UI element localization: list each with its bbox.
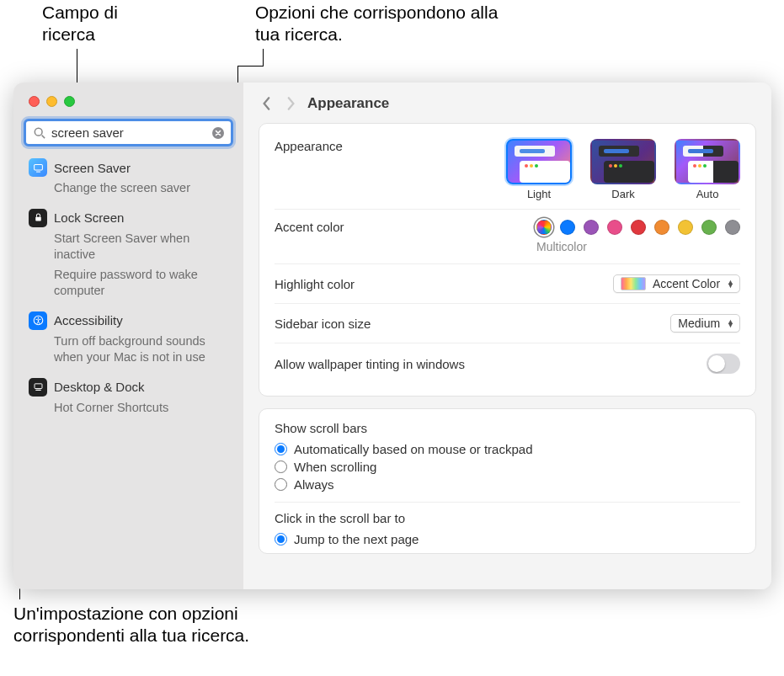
svg-point-7	[38, 219, 39, 220]
appearance-mode-light[interactable]: Light	[506, 139, 572, 200]
search-result-title: Accessibility	[54, 313, 123, 327]
appearance-mode-label: Dark	[590, 188, 656, 200]
search-field[interactable]	[24, 119, 233, 146]
minimize-window-button[interactable]	[46, 96, 57, 107]
scrollbars-option[interactable]: Always	[275, 476, 740, 493]
accent-swatch-red[interactable]	[631, 220, 646, 235]
scrollbars-panel: Show scroll bars Automatically based on …	[259, 408, 756, 554]
sidebar-icon-size-label: Sidebar icon size	[275, 317, 371, 331]
search-result-sub[interactable]: Require password to wake computer	[54, 267, 232, 300]
zoom-window-button[interactable]	[64, 96, 75, 107]
accent-swatch-purple[interactable]	[584, 220, 599, 235]
appearance-panel: Appearance Light Dark Auto	[259, 123, 756, 397]
search-result-title: Screen Saver	[54, 161, 131, 175]
scrollbars-radio-group: Automatically based on mouse or trackpad…	[275, 440, 740, 493]
window-controls	[13, 91, 243, 115]
search-result-sub[interactable]: Start Screen Saver when inactive	[54, 231, 232, 263]
accent-swatch-multicolor[interactable]	[536, 220, 552, 235]
screensaver-icon	[29, 158, 47, 177]
search-result-sub[interactable]: Change the screen saver	[54, 180, 232, 197]
scrollbar-click-label: Jump to the next page	[294, 532, 419, 546]
chevron-up-down-icon: ▲▼	[727, 320, 734, 327]
sidebar: Screen Saver Change the screen saver Loc…	[13, 83, 243, 589]
system-settings-window: Screen Saver Change the screen saver Loc…	[13, 83, 771, 589]
svg-line-1	[42, 135, 45, 138]
search-result-title: Lock Screen	[54, 210, 124, 225]
nav-back-button[interactable]	[260, 97, 274, 110]
accent-color-label: Accent color	[275, 220, 344, 234]
accent-swatch-green[interactable]	[701, 220, 717, 235]
scrollbars-title: Show scroll bars	[275, 421, 740, 435]
desktop-dock-icon	[29, 378, 47, 397]
content-header: Appearance	[243, 83, 771, 123]
scrollbars-label: Always	[294, 477, 334, 492]
svg-point-0	[35, 128, 42, 136]
scrollbars-label: Automatically based on mouse or trackpad	[294, 442, 532, 456]
accent-swatch-yellow[interactable]	[678, 220, 693, 235]
scrollbars-label: When scrolling	[294, 460, 376, 474]
highlight-color-chip	[621, 277, 646, 290]
search-result-lock-screen[interactable]: Lock Screen Start Screen Saver when inac…	[29, 209, 232, 300]
accent-swatch-blue[interactable]	[560, 220, 575, 235]
callout-search-field: Campo di ricerca	[42, 2, 168, 46]
content-pane: Appearance Appearance Light Dark	[243, 83, 771, 589]
appearance-mode-label: Light	[506, 188, 572, 200]
page-title: Appearance	[307, 95, 389, 112]
search-icon	[34, 127, 45, 139]
svg-rect-11	[35, 384, 42, 389]
lock-icon	[29, 209, 47, 227]
search-result-sub[interactable]: Hot Corner Shortcuts	[54, 400, 232, 417]
accessibility-icon	[29, 311, 47, 330]
scrollbars-radio[interactable]	[275, 443, 287, 455]
nav-forward-button[interactable]	[284, 97, 297, 110]
appearance-mode-dark[interactable]: Dark	[590, 139, 656, 200]
scrollbar-click-option[interactable]: Jump to the next page	[275, 530, 740, 548]
search-result-desktop-dock[interactable]: Desktop & Dock Hot Corner Shortcuts	[29, 378, 232, 417]
search-result-title: Desktop & Dock	[54, 380, 145, 394]
accent-swatch-graphite[interactable]	[725, 220, 740, 235]
appearance-mode-auto[interactable]: Auto	[675, 139, 740, 200]
accent-color-selected-name: Multicolor	[536, 240, 740, 253]
close-window-button[interactable]	[29, 96, 40, 107]
highlight-color-value: Accent Color	[653, 277, 720, 290]
appearance-mode-label: Auto	[675, 188, 740, 200]
svg-point-6	[36, 219, 37, 220]
svg-point-8	[39, 219, 40, 220]
wallpaper-tinting-label: Allow wallpaper tinting in windows	[275, 357, 465, 371]
svg-rect-3	[34, 164, 42, 170]
sidebar-icon-size-popup[interactable]: Medium ▲▼	[670, 314, 740, 333]
search-result-sub[interactable]: Turn off background sounds when your Mac…	[54, 333, 232, 366]
scrollbars-option[interactable]: Automatically based on mouse or trackpad	[275, 440, 740, 458]
sidebar-icon-size-value: Medium	[678, 317, 720, 330]
search-results: Screen Saver Change the screen saver Loc…	[13, 155, 243, 428]
scrollbars-radio[interactable]	[275, 478, 287, 491]
highlight-color-label: Highlight color	[275, 277, 355, 291]
appearance-mode-group: Light Dark Auto	[506, 139, 740, 200]
search-result-screen-saver[interactable]: Screen Saver Change the screen saver	[29, 158, 232, 197]
search-result-accessibility[interactable]: Accessibility Turn off background sounds…	[29, 311, 232, 366]
wallpaper-tinting-toggle[interactable]	[707, 354, 740, 374]
highlight-color-popup[interactable]: Accent Color ▲▼	[613, 274, 740, 293]
scrollbar-click-title: Click in the scroll bar to	[275, 511, 740, 525]
scrollbars-option[interactable]: When scrolling	[275, 458, 740, 476]
svg-point-10	[37, 317, 39, 319]
callout-matching-setting: Un'impostazione con opzioni corrisponden…	[13, 603, 350, 647]
accent-color-swatches	[536, 220, 740, 235]
svg-rect-4	[36, 171, 40, 172]
clear-search-button[interactable]	[211, 126, 225, 140]
chevron-up-down-icon: ▲▼	[727, 280, 734, 288]
svg-rect-12	[35, 390, 41, 391]
scrollbars-radio[interactable]	[275, 460, 287, 473]
scrollbar-click-radio[interactable]	[275, 533, 287, 546]
appearance-label: Appearance	[275, 139, 343, 153]
scrollbar-click-radio-group: Jump to the next page	[275, 530, 740, 548]
accent-swatch-orange[interactable]	[654, 220, 669, 235]
callout-matching-options: Opzioni che corrispondono alla tua ricer…	[255, 2, 508, 46]
search-input[interactable]	[24, 119, 233, 146]
accent-swatch-pink[interactable]	[607, 220, 622, 235]
